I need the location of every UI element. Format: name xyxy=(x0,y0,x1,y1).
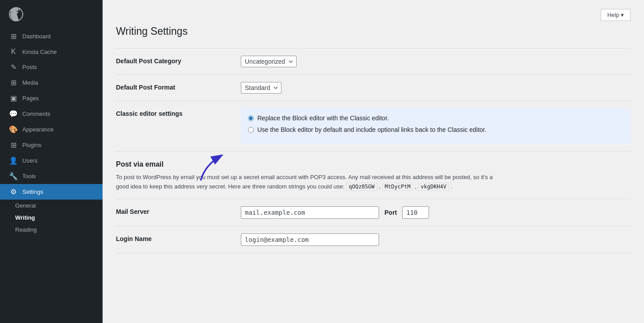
classic-editor-row: Classic editor settings Replace the Bloc… xyxy=(116,101,631,151)
classic-editor-control: Replace the Block editor with the Classi… xyxy=(241,108,631,144)
pages-icon: ▣ xyxy=(9,94,18,102)
random-string-1: qOQz05GW xyxy=(346,183,377,191)
sidebar-item-kinsta-cache[interactable]: K Kinsta Cache xyxy=(0,44,103,59)
mail-server-input[interactable] xyxy=(241,206,379,219)
email-settings-form: Mail Server Port Login Name xyxy=(116,199,631,253)
sidebar-item-comments[interactable]: 💬 Comments xyxy=(0,106,103,122)
sidebar-sub-general[interactable]: General xyxy=(0,200,103,212)
mail-server-label: Mail Server xyxy=(116,206,241,215)
random-string-3: vkgDKH4V xyxy=(418,183,449,191)
classic-editor-label: Classic editor settings xyxy=(116,108,241,117)
sidebar-item-settings[interactable]: ⚙ Settings xyxy=(0,184,103,200)
login-name-row: Login Name xyxy=(116,226,631,253)
classic-editor-option2[interactable]: Use the Block editor by default and incl… xyxy=(248,126,623,133)
sidebar-sub-reading[interactable]: Reading xyxy=(0,224,103,236)
mail-server-control: Port xyxy=(241,206,631,219)
default-post-category-control: Uncategorized xyxy=(241,56,631,67)
page-title: Writing Settings xyxy=(116,25,631,37)
posts-icon: ✎ xyxy=(9,63,18,71)
wordpress-logo xyxy=(0,0,103,29)
comments-icon: 💬 xyxy=(9,110,18,118)
classic-editor-radio2[interactable] xyxy=(248,127,254,133)
settings-icon: ⚙ xyxy=(9,188,18,196)
port-label: Port xyxy=(384,209,397,216)
users-icon: 👤 xyxy=(9,156,18,165)
default-post-format-select[interactable]: Standard Aside Image Video Quote Link xyxy=(241,82,281,94)
mail-server-row: Mail Server Port xyxy=(116,199,631,226)
login-name-control xyxy=(241,233,631,246)
default-post-category-label: Default Post Category xyxy=(116,56,241,65)
top-bar: Help ▾ xyxy=(116,9,631,21)
default-post-format-label: Default Post Format xyxy=(116,82,241,91)
sidebar-item-tools[interactable]: 🔧 Tools xyxy=(0,168,103,184)
post-via-email-heading: Post via email xyxy=(116,160,631,168)
sidebar-item-plugins[interactable]: ⊞ Plugins xyxy=(0,137,103,153)
classic-editor-option1-label: Replace the Block editor with the Classi… xyxy=(257,114,389,122)
dashboard-icon: ⊞ xyxy=(9,32,18,41)
random-string-2: MtDycPtM xyxy=(382,183,413,191)
default-post-format-control: Standard Aside Image Video Quote Link xyxy=(241,82,631,94)
help-button[interactable]: Help ▾ xyxy=(601,9,631,21)
default-post-category-select[interactable]: Uncategorized xyxy=(241,56,297,67)
sidebar-item-users[interactable]: 👤 Users xyxy=(0,153,103,168)
sidebar-item-dashboard[interactable]: ⊞ Dashboard xyxy=(0,29,103,44)
default-post-format-row: Default Post Format Standard Aside Image… xyxy=(116,75,631,101)
default-post-category-row: Default Post Category Uncategorized xyxy=(116,48,631,75)
media-icon: ⊞ xyxy=(9,78,18,87)
kinsta-icon: K xyxy=(9,48,18,56)
plugins-icon: ⊞ xyxy=(9,141,18,149)
classic-editor-option1[interactable]: Replace the Block editor with the Classi… xyxy=(248,114,623,122)
login-name-input[interactable] xyxy=(241,233,379,246)
sidebar-item-appearance[interactable]: 🎨 Appearance xyxy=(0,122,103,137)
classic-editor-radio1[interactable] xyxy=(248,115,254,121)
settings-form: Default Post Category Uncategorized Defa… xyxy=(116,48,631,151)
login-name-label: Login Name xyxy=(116,233,241,242)
sidebar-item-posts[interactable]: ✎ Posts xyxy=(0,59,103,75)
classic-editor-section: Replace the Block editor with the Classi… xyxy=(241,108,631,144)
tools-icon: 🔧 xyxy=(9,172,18,180)
classic-editor-option2-label: Use the Block editor by default and incl… xyxy=(257,126,487,133)
port-input[interactable] xyxy=(402,206,429,219)
sidebar-item-pages[interactable]: ▣ Pages xyxy=(0,90,103,106)
post-via-email-description: To post to WordPress by email you must s… xyxy=(116,173,500,192)
mail-server-input-row: Port xyxy=(241,206,631,219)
sidebar-sub-writing[interactable]: Writing xyxy=(0,212,103,224)
main-content: Help ▾ Writing Settings Default Post Cat… xyxy=(103,0,644,323)
sidebar: ⊞ Dashboard K Kinsta Cache ✎ Posts ⊞ Med… xyxy=(0,0,103,323)
sidebar-item-media[interactable]: ⊞ Media xyxy=(0,75,103,90)
appearance-icon: 🎨 xyxy=(9,125,18,134)
